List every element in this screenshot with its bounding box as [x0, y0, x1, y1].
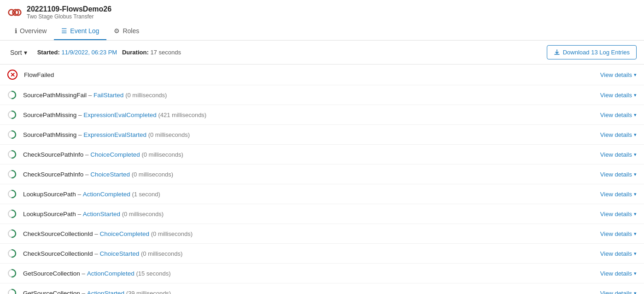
view-details-label: View details [600, 151, 632, 158]
chevron-down-icon: ▾ [634, 92, 637, 98]
view-details-button[interactable]: View details ▾ [600, 230, 637, 237]
entry-text: GetSourceCollection – ActionCompleted (1… [23, 270, 594, 277]
tab-event-log[interactable]: ☰ Event Log [54, 23, 106, 40]
running-icon [7, 209, 17, 218]
view-details-label: View details [600, 131, 632, 138]
roles-icon: ⚙ [114, 27, 120, 35]
event-name: FlowFailed [24, 71, 54, 78]
entry-text: SourcePathMissingFail – FailStarted (0 m… [23, 92, 594, 99]
event-name: CheckSourcePathInfo – ChoiceCompleted [23, 151, 140, 158]
event-name: GetSourceCollection – ActionStarted [23, 290, 124, 294]
globus-logo [7, 5, 22, 20]
view-details-label: View details [600, 270, 632, 277]
log-entry: SourcePathMissingFail – FailStarted (0 m… [0, 85, 644, 105]
toolbar: Sort ▾ Started: 11/9/2022, 06:23 PM Dura… [0, 41, 644, 65]
entry-text: GetSourceCollection – ActionStarted (39 … [23, 290, 594, 294]
running-icon [7, 189, 17, 199]
event-name: GetSourceCollection – ActionCompleted [23, 270, 135, 277]
view-details-label: View details [600, 290, 632, 294]
view-details-button[interactable]: View details ▾ [600, 151, 637, 158]
running-icon [7, 90, 17, 100]
entry-text: LookupSourcePath – ActionStarted (0 mill… [23, 211, 594, 218]
view-details-button[interactable]: View details ▾ [600, 92, 637, 99]
started-label: Started: [37, 49, 60, 56]
view-details-label: View details [600, 92, 632, 99]
log-entry: LookupSourcePath – ActionCompleted (1 se… [0, 184, 644, 204]
view-details-label: View details [600, 171, 632, 178]
tab-roles[interactable]: ⚙ Roles [106, 23, 146, 40]
view-details-button[interactable]: View details ▾ [600, 171, 637, 178]
event-duration: (0 milliseconds) [132, 171, 173, 178]
view-details-button[interactable]: View details ▾ [600, 71, 637, 78]
tab-bar: ℹ Overview ☰ Event Log ⚙ Roles [7, 23, 637, 40]
chevron-down-icon: ▾ [634, 290, 637, 294]
view-details-button[interactable]: View details ▾ [600, 131, 637, 138]
download-icon [554, 49, 560, 56]
view-details-button[interactable]: View details ▾ [600, 270, 637, 277]
log-entry: CheckSourcePathInfo – ChoiceStarted (0 m… [0, 165, 644, 184]
event-duration: (0 milliseconds) [151, 230, 193, 237]
entry-text: LookupSourcePath – ActionCompleted (1 se… [23, 191, 594, 198]
running-icon [7, 229, 17, 238]
running-icon [7, 249, 17, 258]
running-icon [7, 150, 17, 159]
view-details-button[interactable]: View details ▾ [600, 290, 637, 294]
toolbar-left: Sort ▾ Started: 11/9/2022, 06:23 PM Dura… [7, 47, 181, 58]
running-icon [7, 130, 17, 139]
event-name: LookupSourcePath – ActionCompleted [23, 191, 130, 198]
chevron-down-icon: ▾ [634, 112, 637, 118]
log-entry: ✕ FlowFailed View details ▾ [0, 65, 644, 85]
tab-overview-label: Overview [20, 27, 47, 35]
log-entry: LookupSourcePath – ActionStarted (0 mill… [0, 204, 644, 224]
view-details-button[interactable]: View details ▾ [600, 211, 637, 218]
log-entry: CheckSourcePathInfo – ChoiceCompleted (0… [0, 145, 644, 165]
chevron-down-icon: ▾ [634, 231, 637, 237]
event-name: CheckSourcePathInfo – ChoiceStarted [23, 171, 130, 178]
view-details-button[interactable]: View details ▾ [600, 112, 637, 118]
entry-text: CheckSourceCollectionId – ChoiceStarted … [23, 250, 594, 257]
sort-label: Sort [10, 49, 22, 56]
view-details-label: View details [600, 211, 632, 218]
app-title: 20221109-FlowsDemo26 [27, 5, 111, 13]
view-details-button[interactable]: View details ▾ [600, 250, 637, 257]
log-entry: GetSourceCollection – ActionStarted (39 … [0, 283, 644, 294]
chevron-down-icon: ▾ [634, 211, 637, 217]
running-icon [7, 170, 17, 179]
event-duration: (1 second) [132, 191, 160, 198]
view-details-label: View details [600, 250, 632, 257]
tab-overview[interactable]: ℹ Overview [7, 23, 54, 40]
duration-value: 17 seconds [150, 49, 181, 56]
entry-text: FlowFailed [24, 71, 594, 78]
log-entry: CheckSourceCollectionId – ChoiceComplete… [0, 224, 644, 244]
sort-button[interactable]: Sort ▾ [7, 47, 30, 58]
running-icon [7, 269, 17, 278]
event-name: CheckSourceCollectionId – ChoiceStarted [23, 250, 139, 257]
event-duration: (15 seconds) [136, 270, 170, 277]
event-duration: (39 milliseconds) [126, 290, 171, 294]
app-title-text: 20221109-FlowsDemo26 Two Stage Globus Tr… [27, 5, 111, 20]
entry-text: SourcePathMissing – ExpressionEvalStarte… [23, 131, 594, 138]
title-row: 20221109-FlowsDemo26 Two Stage Globus Tr… [7, 5, 637, 20]
download-label: Download 13 Log Entries [563, 49, 630, 56]
event-name: SourcePathMissingFail – FailStarted [23, 92, 123, 99]
entry-text: CheckSourcePathInfo – ChoiceStarted (0 m… [23, 171, 594, 178]
entry-text: SourcePathMissing – ExpressionEvalComple… [23, 112, 594, 118]
view-details-button[interactable]: View details ▾ [600, 191, 637, 198]
chevron-down-icon: ▾ [634, 251, 637, 257]
event-log-icon: ☰ [61, 27, 67, 35]
event-name: SourcePathMissing – ExpressionEvalStarte… [23, 131, 146, 138]
event-duration: (0 milliseconds) [141, 151, 183, 158]
event-name: LookupSourcePath – ActionStarted [23, 211, 120, 218]
view-details-label: View details [600, 112, 632, 118]
log-entry: SourcePathMissing – ExpressionEvalStarte… [0, 125, 644, 145]
view-details-label: View details [600, 71, 632, 78]
chevron-down-icon: ▾ [634, 270, 637, 276]
entry-text: CheckSourcePathInfo – ChoiceCompleted (0… [23, 151, 594, 158]
download-button[interactable]: Download 13 Log Entries [547, 45, 637, 59]
tab-roles-label: Roles [123, 27, 139, 35]
log-entry: CheckSourceCollectionId – ChoiceStarted … [0, 244, 644, 264]
chevron-down-icon: ▾ [634, 191, 637, 197]
running-icon [7, 288, 17, 294]
failed-icon: ✕ [7, 70, 18, 80]
chevron-down-icon: ▾ [634, 132, 637, 138]
